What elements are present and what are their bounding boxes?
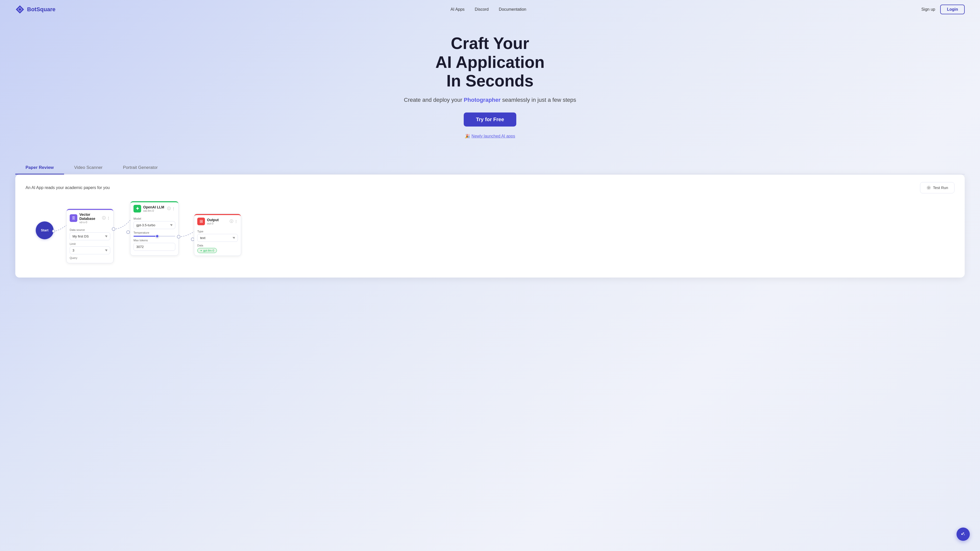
demo-card: An AI App reads your academic papers for… [15, 175, 965, 278]
output-menu-icon[interactable]: ⋮ [234, 219, 238, 224]
temperature-slider[interactable] [134, 236, 175, 237]
data-tag-chip: ✦ gpt-llm-0 [197, 248, 217, 253]
svg-point-9 [963, 532, 964, 534]
test-run-icon [926, 186, 931, 190]
vector-db-header: 🗄 Vector Database vd-s-0 ⓘ ⋮ [67, 209, 113, 226]
nav-ai-apps[interactable]: AI Apps [450, 7, 465, 12]
openai-menu-icon[interactable]: ⋮ [172, 206, 175, 211]
party-emoji: 🎉 [465, 134, 470, 138]
output-header: ⊞ Output out-0 ⓘ ⋮ [194, 214, 241, 227]
test-run-button[interactable]: Test Run [920, 182, 955, 193]
svg-point-3 [928, 187, 929, 189]
query-label: Query [70, 256, 110, 259]
flow-canvas: Start 🗄 Vector Database vd-s-0 ⓘ ⋮ [25, 201, 955, 278]
model-select[interactable]: gpt-3.5-turbo ▾ [134, 221, 175, 229]
newly-launched-link[interactable]: 🎉Newly launched AI apps [5, 134, 975, 138]
try-for-free-button[interactable]: Try for Free [464, 113, 516, 127]
data-label: Data [197, 244, 238, 247]
type-select[interactable]: text ▾ [197, 234, 238, 242]
openai-llm-node: ✦ OpenAI LLM oai-llm-0 ⓘ ⋮ Model gpt-3.5… [130, 201, 179, 256]
output-title: Output [207, 218, 228, 222]
output-node: ⊞ Output out-0 ⓘ ⋮ Type text ▾ [194, 214, 241, 256]
start-node: Start [36, 221, 54, 239]
output-icon: ⊞ [197, 218, 205, 225]
logo-icon [15, 5, 24, 14]
output-info-icon[interactable]: ⓘ [230, 219, 233, 224]
vector-db-icon: 🗄 [70, 214, 77, 222]
nav-links: AI Apps Discord Documentation [450, 7, 526, 12]
conn-dot-2 [126, 230, 130, 234]
signup-link[interactable]: Sign up [921, 7, 935, 12]
demo-card-header: An AI App reads your academic papers for… [25, 182, 955, 193]
data-source-label: Data source [70, 228, 110, 231]
max-tokens-label: Max tokens [134, 239, 175, 242]
max-tokens-input[interactable]: 3072 [134, 243, 175, 251]
data-tag-container: ✦ gpt-llm-0 [197, 248, 238, 253]
limit-select[interactable]: 3 ▾ [70, 246, 110, 254]
openai-info-icon[interactable]: ⓘ [167, 206, 171, 211]
hero-section: Craft Your AI Application In Seconds Cre… [0, 19, 980, 149]
data-source-select[interactable]: My first DS ▾ [70, 232, 110, 240]
logo-text: BotSquare [27, 6, 56, 13]
nav-discord[interactable]: Discord [475, 7, 488, 12]
output-subtitle: out-0 [207, 222, 228, 225]
vector-db-menu-icon[interactable]: ⋮ [107, 216, 110, 220]
tab-video-scanner[interactable]: Video Scanner [64, 162, 113, 175]
openai-header: ✦ OpenAI LLM oai-llm-0 ⓘ ⋮ [130, 201, 178, 214]
svg-point-10 [964, 534, 965, 535]
chat-widget[interactable] [956, 527, 970, 541]
navbar: BotSquare AI Apps Discord Documentation … [0, 0, 980, 19]
limit-label: Limit [70, 242, 110, 245]
vector-db-title: Vector Database [80, 213, 100, 221]
demo-card-description: An AI App reads your academic papers for… [25, 186, 110, 190]
tabs-bar: Paper Review Video Scanner Portrait Gene… [15, 162, 965, 175]
tab-portrait-generator[interactable]: Portrait Generator [113, 162, 168, 175]
tab-paper-review[interactable]: Paper Review [15, 162, 64, 175]
vector-db-subtitle: vd-s-0 [80, 221, 100, 224]
openai-subtitle: oai-llm-0 [143, 209, 165, 212]
svg-point-8 [961, 534, 963, 535]
hero-subtitle: Create and deploy your Photographer seam… [5, 97, 975, 103]
vector-db-info-icon[interactable]: ⓘ [102, 216, 106, 221]
openai-icon: ✦ [134, 205, 141, 213]
logo[interactable]: BotSquare [15, 5, 56, 14]
vector-db-node: 🗄 Vector Database vd-s-0 ⓘ ⋮ Data source… [66, 209, 114, 263]
nav-right: Sign up Login [921, 5, 965, 14]
demo-section: Paper Review Video Scanner Portrait Gene… [0, 162, 980, 278]
type-label: Type [197, 230, 238, 233]
chat-icon [960, 531, 966, 537]
output-body: Type text ▾ Data ✦ gpt-llm-0 [194, 227, 241, 256]
temperature-label: Temperature [134, 231, 175, 234]
openai-title: OpenAI LLM [143, 205, 165, 209]
vector-db-body: Data source My first DS ▾ Limit 3 ▾ Quer… [67, 226, 113, 263]
openai-body: Model gpt-3.5-turbo ▾ Temperature Max to… [130, 214, 178, 256]
svg-point-4 [927, 186, 931, 189]
hero-title: Craft Your AI Application In Seconds [5, 34, 975, 91]
launched-link-row: 🎉Newly launched AI apps [5, 134, 975, 138]
nav-documentation[interactable]: Documentation [499, 7, 527, 12]
login-button[interactable]: Login [940, 5, 965, 14]
model-label: Model [134, 217, 175, 220]
